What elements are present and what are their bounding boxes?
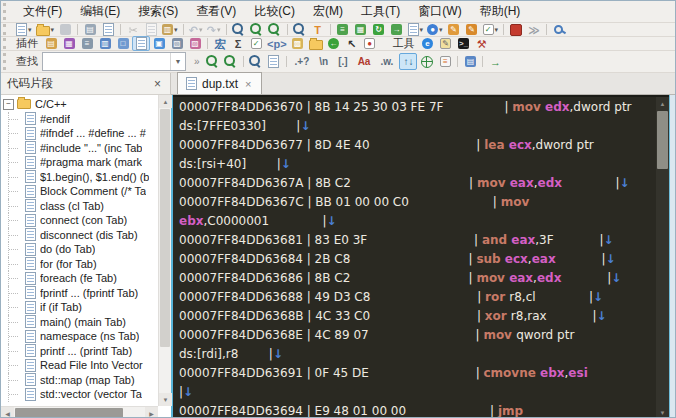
menu-item-1[interactable]: 文件(F) [14,1,71,22]
scroll-down-icon[interactable]: ▼ [159,393,172,406]
toolbar-gripper[interactable] [3,24,11,34]
find-input[interactable] [43,54,170,69]
editor-scroll-thumb[interactable] [657,111,668,169]
step-button[interactable]: ≫ [525,22,543,37]
syntax-check-button[interactable]: ✓ [247,36,265,51]
tree-root-c-cpp[interactable]: −C/C++ [1,97,158,112]
scroll-down-icon[interactable]: ▼ [656,406,669,418]
menu-item-4[interactable]: 查看(V) [187,1,245,22]
combo-dropdown-icon[interactable]: ▼ [170,53,185,70]
redo-button[interactable]: ↷▾ [205,22,223,37]
global-search-button[interactable] [418,54,436,69]
whole-word-toggle[interactable]: .w. [376,53,397,70]
tree-item-2[interactable]: #ifndef ... #define ... # [1,126,158,141]
outline-button[interactable]: ≡ [78,36,96,51]
menu-item-3[interactable]: 搜索(S) [129,1,187,22]
word-complete-button[interactable]: ▨ [186,36,204,51]
menu-item-8[interactable]: 窗口(W) [409,1,470,22]
build-button[interactable]: ⚒ [473,36,491,51]
macro-button[interactable]: 宏 [211,36,229,51]
dropdown-arrow-icon[interactable]: ▾ [495,26,499,34]
tree-item-18[interactable]: Read File Into Vector [1,358,158,373]
find-next-button[interactable] [248,22,266,37]
comment-popup-button[interactable]: □ [114,36,132,51]
save-button[interactable] [56,22,74,37]
tree-item-1[interactable]: #endif [1,112,158,127]
tree-vertical-scrollbar[interactable]: ▲ ▼ [158,95,171,406]
contacts-button[interactable]: ▩ [289,36,307,51]
view-list-button[interactable]: ≡ [334,22,352,37]
pointer-button[interactable]: ↖ [343,36,361,51]
new-file-button[interactable]: ▾ [14,22,34,37]
scroll-left-icon[interactable]: ◀ [1,407,14,418]
editor-scrollbar[interactable]: ▲ ▼ [656,97,669,418]
find-combobox[interactable]: ▼ [42,52,186,71]
browser-preview-button[interactable]: e [419,36,437,51]
tree-item-12[interactable]: foreach (fe Tab) [1,271,158,286]
match-case-toggle[interactable]: Aa [354,53,375,70]
tree-item-5[interactable]: $1.begin(), $1.end() (b [1,170,158,185]
tree-item-20[interactable]: std::vector (vector Ta [1,387,158,402]
run-document-button[interactable]: ▾ [406,22,426,37]
direction-toggle[interactable]: ↑↓ [399,53,417,70]
tree-item-15[interactable]: main() (main Tab) [1,315,158,330]
find-prev-button[interactable] [222,54,240,69]
view-columns-button[interactable]: ▦ [352,22,370,37]
tree-horizontal-scrollbar[interactable]: ◀ ▶ [1,406,158,418]
dropdown-arrow-icon[interactable]: ▾ [217,26,221,34]
menu-item-2[interactable]: 编辑(E) [71,1,129,22]
scroll-up-icon[interactable]: ▲ [159,95,172,108]
tree-item-19[interactable]: std::map (map Tab) [1,373,158,388]
tree-hscroll-thumb[interactable] [15,408,123,418]
menu-item-9[interactable]: 帮助(H) [471,1,530,22]
search-list-button[interactable]: ≡ [436,54,454,69]
menu-item-7[interactable]: 工具(T) [352,1,409,22]
tree-item-11[interactable]: for (for Tab) [1,257,158,272]
tab-dup-txt[interactable]: dup.txt × [177,72,262,94]
find-in-files-button[interactable] [266,22,284,37]
notepad-button[interactable]: ✎ [437,36,455,51]
edit-script-button[interactable]: ✎ [445,22,463,37]
tree-item-8[interactable]: connect (con Tab) [1,213,158,228]
tag-pair-button[interactable]: <p> [265,36,289,51]
tree-vscroll-thumb[interactable] [160,109,170,347]
undo-button[interactable]: ↶▾ [187,22,205,37]
dropdown-arrow-icon[interactable]: ▾ [420,26,424,34]
key-button[interactable] [550,22,568,37]
dropdown-arrow-icon[interactable]: ▾ [439,26,443,34]
clip-history-button[interactable]: ▤ [42,36,60,51]
editor-text-area[interactable]: 00007FF84DD63670 | 8B 14 25 30 03 FE 7F … [173,97,656,418]
regex-toggle[interactable]: .+? [291,53,314,70]
copy-button[interactable] [142,22,160,37]
folder-browser-button[interactable] [307,36,325,51]
tree-item-16[interactable]: namespace (ns Tab) [1,329,158,344]
tree-item-4[interactable]: #pragma mark (mark [1,155,158,170]
find-button[interactable] [230,22,248,37]
insert-script-button[interactable]: ▣ [150,36,168,51]
tree-item-7[interactable]: class (cl Tab) [1,199,158,214]
refresh-button[interactable]: ↻ [370,22,388,37]
open-file-button[interactable]: ▾ [34,22,57,37]
snippet-library-button[interactable]: ▦ [60,36,78,51]
charclass-toggle[interactable]: [.] [334,53,351,70]
newline-toggle[interactable]: \n [315,53,332,70]
find-in-doc-button[interactable] [247,54,265,69]
print-button[interactable]: ▤ [81,22,99,37]
tree-item-17[interactable]: printf ... (printf Tab) [1,344,158,359]
tree-item-3[interactable]: #include "..." (inc Tab [1,141,158,156]
panel-close-button[interactable]: × [151,78,164,90]
scroll-up-icon[interactable]: ▲ [656,97,669,110]
find-next-button[interactable] [204,54,222,69]
scroll-right-icon[interactable]: ▶ [145,407,158,418]
menu-item-5[interactable]: 比较(C) [245,1,304,22]
tree-item-10[interactable]: do (do Tab) [1,242,158,257]
stop-button[interactable] [507,22,525,37]
dropdown-arrow-icon[interactable]: ▾ [51,26,55,34]
dropdown-arrow-icon[interactable]: ▾ [174,26,178,34]
encoding-button[interactable]: ●▾ [425,22,445,37]
navigate-back-button[interactable]: ← [325,36,343,51]
export-button[interactable]: → [388,22,406,37]
print-preview-button[interactable] [99,22,117,37]
cut-button[interactable]: ✂ [124,22,142,37]
task-list-button[interactable]: ✓▾ [481,22,501,37]
